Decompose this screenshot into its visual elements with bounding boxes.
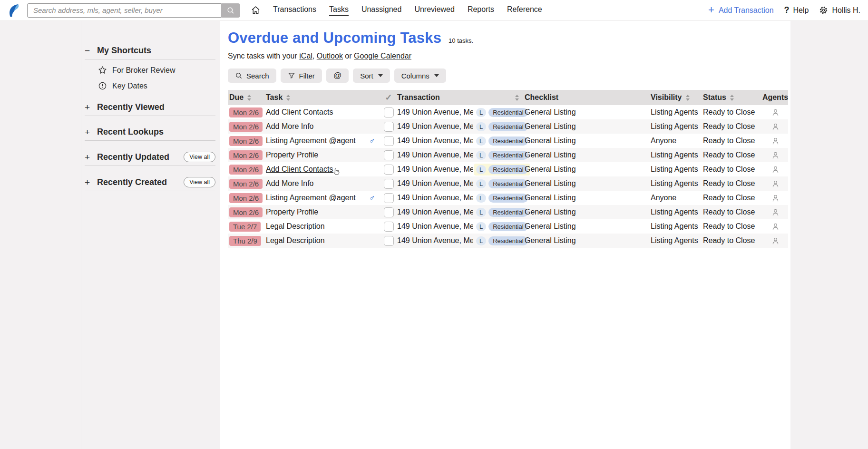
view-all-button[interactable]: View all — [184, 152, 215, 162]
nav-reference[interactable]: Reference — [507, 5, 542, 16]
agent-person-icon[interactable] — [771, 108, 780, 117]
column-header-status[interactable]: Status — [703, 93, 762, 102]
mention-button[interactable]: @ — [326, 68, 349, 83]
nav-tasks[interactable]: Tasks — [329, 5, 349, 16]
global-search-button[interactable] — [221, 3, 240, 18]
table-row[interactable]: Thu 2/9 Legal Description ♂ 149 Union Av… — [228, 234, 788, 248]
transaction-link[interactable]: 149 Union Avenue, Mem — [397, 108, 473, 117]
transaction-link[interactable]: 149 Union Avenue, Mem — [397, 151, 473, 159]
status-cell: Ready to Close — [703, 165, 762, 174]
transaction-link[interactable]: 149 Union Avenue, Mem — [397, 194, 473, 202]
task-link[interactable]: Add More Info — [266, 122, 314, 131]
home-icon[interactable] — [251, 5, 261, 15]
expand-toggle-icon[interactable]: + — [85, 103, 92, 112]
table-row[interactable]: Mon 2/6 Add Client Contacts ♂ 149 Union … — [228, 162, 788, 176]
task-checkbox[interactable] — [384, 207, 394, 217]
table-row[interactable]: Mon 2/6 Listing Agreement @agent ♂ 149 U… — [228, 134, 788, 148]
task-link[interactable]: Add More Info — [266, 179, 314, 188]
sidebar-section-header[interactable]: + Recently Viewed — [85, 102, 215, 116]
table-row[interactable]: Mon 2/6 Property Profile ♂ 149 Union Ave… — [228, 148, 788, 162]
sync-link-ical[interactable]: iCal — [299, 52, 312, 60]
task-link[interactable]: Property Profile — [266, 208, 318, 216]
transaction-link[interactable]: 149 Union Avenue, Mem — [397, 208, 473, 216]
task-checkbox[interactable] — [384, 165, 394, 175]
task-link[interactable]: Listing Agreement @agent — [266, 137, 356, 145]
home-glyph — [251, 5, 261, 15]
table-row[interactable]: Mon 2/6 Add More Info ♂ 149 Union Avenue… — [228, 176, 788, 191]
agent-person-icon[interactable] — [771, 165, 780, 174]
agent-person-icon[interactable] — [771, 137, 780, 146]
expand-toggle-icon[interactable]: − — [85, 46, 92, 55]
task-checkbox[interactable] — [384, 222, 394, 232]
task-link[interactable]: Add Client Contacts — [266, 108, 333, 117]
task-checkbox[interactable] — [384, 136, 394, 146]
status-cell: Ready to Close — [703, 236, 762, 245]
sidebar-item-key-dates[interactable]: Key Dates — [98, 81, 215, 90]
transaction-link[interactable]: 149 Union Avenue, Mem — [397, 179, 473, 188]
search-button[interactable]: Search — [228, 68, 276, 83]
table-row[interactable]: Mon 2/6 Listing Agreement @agent ♂ 149 U… — [228, 191, 788, 205]
columns-button[interactable]: Columns — [394, 68, 446, 83]
expand-toggle-icon[interactable]: + — [85, 127, 92, 137]
column-header-visibility[interactable]: Visibility — [651, 93, 703, 102]
sort-arrows-icon[interactable] — [730, 95, 734, 101]
sync-link-outlook[interactable]: Outlook — [317, 52, 343, 60]
transaction-link[interactable]: 149 Union Avenue, Mem — [397, 236, 473, 245]
sort-arrows-icon[interactable] — [247, 95, 251, 101]
agent-person-icon[interactable] — [771, 208, 780, 217]
task-checkbox[interactable] — [384, 236, 394, 246]
tag-residential: Residential — [488, 236, 527, 245]
nav-unreviewed[interactable]: Unreviewed — [414, 5, 454, 16]
sort-arrows-icon[interactable] — [515, 95, 519, 101]
column-header-transaction[interactable]: Transaction — [397, 93, 525, 102]
sidebar-section-header[interactable]: + Recently Updated View all — [85, 152, 215, 166]
task-checkbox[interactable] — [384, 122, 394, 132]
task-link[interactable]: Legal Description — [266, 236, 325, 245]
sidebar-item-for-broker-review[interactable]: For Broker Review — [98, 66, 215, 75]
agent-person-icon[interactable] — [771, 151, 780, 160]
task-link[interactable]: Legal Description — [266, 222, 325, 231]
table-row[interactable]: Tue 2/7 Legal Description ♂ 149 Union Av… — [228, 219, 788, 234]
transaction-link[interactable]: 149 Union Avenue, Mem — [397, 165, 473, 174]
sort-arrows-icon[interactable] — [286, 95, 290, 101]
global-search-input[interactable] — [27, 3, 221, 18]
agent-person-icon[interactable] — [771, 179, 780, 188]
sidebar-section-header[interactable]: + Recently Created View all — [85, 177, 215, 191]
column-header-due[interactable]: Due — [228, 93, 266, 102]
task-checkbox[interactable] — [384, 179, 394, 189]
task-checkbox[interactable] — [384, 150, 394, 160]
task-link[interactable]: Add Client Contacts — [266, 165, 333, 174]
sort-button[interactable]: Sort — [353, 68, 390, 83]
help-button[interactable]: ? Help — [784, 5, 809, 15]
task-link[interactable]: Property Profile — [266, 151, 318, 159]
agent-person-icon[interactable] — [771, 122, 780, 131]
transaction-link[interactable]: 149 Union Avenue, Mem — [397, 222, 473, 231]
transaction-link[interactable]: 149 Union Avenue, Mem — [397, 137, 473, 145]
sort-arrows-icon[interactable] — [686, 95, 690, 101]
column-header-task[interactable]: Task — [266, 93, 380, 102]
view-all-button[interactable]: View all — [184, 177, 215, 187]
filter-button[interactable]: Filter — [281, 68, 322, 83]
agent-person-icon[interactable] — [771, 222, 780, 231]
nav-transactions[interactable]: Transactions — [273, 5, 316, 16]
task-link[interactable]: Listing Agreement @agent — [266, 194, 356, 202]
agent-person-icon[interactable] — [771, 194, 780, 203]
agent-person-icon[interactable] — [771, 236, 780, 245]
sidebar-section-header[interactable]: + Recent Lookups — [85, 127, 215, 141]
transaction-link[interactable]: 149 Union Avenue, Mem — [397, 122, 473, 131]
visibility-cell: Listing Agents — [651, 208, 703, 216]
table-row[interactable]: Mon 2/6 Property Profile ♂ 149 Union Ave… — [228, 205, 788, 219]
user-menu[interactable]: Hollis H. — [819, 6, 860, 15]
sidebar-section-header[interactable]: − My Shortcuts — [85, 46, 215, 59]
expand-toggle-icon[interactable]: + — [85, 153, 92, 162]
expand-toggle-icon[interactable]: + — [85, 178, 92, 187]
nav-reports[interactable]: Reports — [468, 5, 494, 16]
table-row[interactable]: Mon 2/6 Add More Info ♂ 149 Union Avenue… — [228, 119, 788, 134]
task-checkbox[interactable] — [384, 107, 394, 117]
nav-unassigned[interactable]: Unassigned — [361, 5, 402, 16]
task-checkbox[interactable] — [384, 193, 394, 203]
app-logo[interactable] — [8, 3, 20, 18]
table-row[interactable]: Mon 2/6 Add Client Contacts ♂ 149 Union … — [228, 105, 788, 119]
add-transaction-button[interactable]: + Add Transaction — [708, 6, 773, 15]
sync-link-google-calendar[interactable]: Google Calendar — [354, 52, 411, 60]
